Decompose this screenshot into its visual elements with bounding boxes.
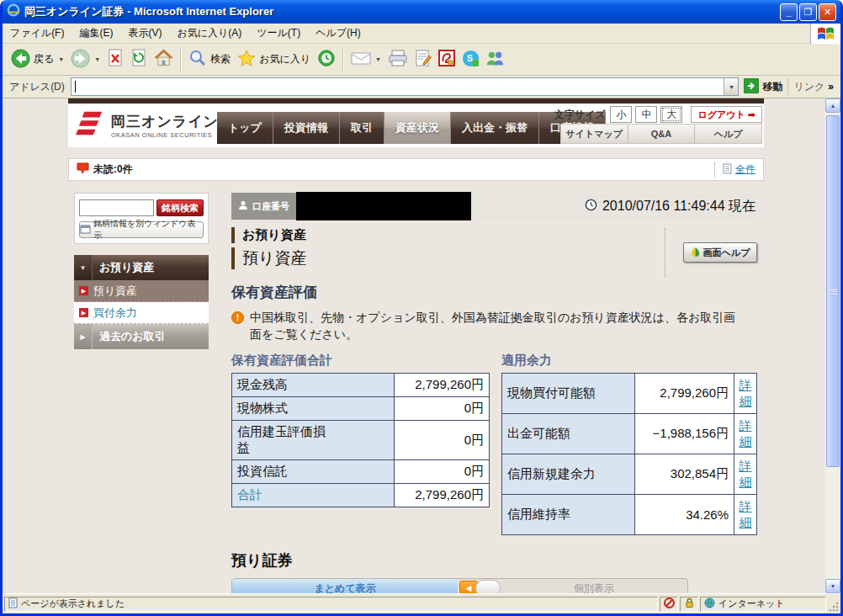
skype-button[interactable]: S [459, 48, 483, 72]
edit-icon [415, 49, 432, 70]
sidebar-item-label: 買付余力 [93, 305, 137, 321]
standard-toolbar: 戻る▼ ▼ 検索 お気に入り ▼ S [3, 44, 840, 76]
row-value: 0円 [395, 460, 490, 484]
detail-link[interactable]: 詳細 [740, 378, 752, 408]
sidebar: 銘柄検索 銘柄情報を別ウィンドウ表示 ▼ お預り資産 [74, 193, 209, 593]
tab-top[interactable]: トップ [217, 112, 273, 144]
logout-arrow-icon: ➡ [748, 109, 756, 120]
screen-help-button[interactable]: 画面ヘルプ [683, 242, 757, 263]
detail-link[interactable]: 詳細 [740, 418, 752, 449]
maximize-button[interactable]: ❐ [799, 3, 817, 21]
addon-app-button[interactable] [435, 48, 459, 71]
links-toolbar[interactable]: リンク » [787, 78, 840, 95]
menu-view[interactable]: 表示(V) [120, 24, 169, 43]
menu-favorites[interactable]: お気に入り(A) [169, 24, 249, 43]
go-icon [744, 78, 759, 96]
minimize-button[interactable]: _ [780, 3, 798, 21]
menu-edit[interactable]: 編集(E) [72, 24, 120, 43]
qa-link[interactable]: Q&A [628, 125, 695, 143]
scroll-down-button[interactable]: ▼ [825, 579, 840, 593]
help-button-label: 画面ヘルプ [703, 247, 750, 259]
addon-app-icon [438, 50, 455, 69]
search-button[interactable]: 検索 [185, 47, 234, 72]
tab-asset-status[interactable]: 資産状況 [384, 112, 451, 144]
vertical-scrollbar[interactable]: ▲ ▼ [825, 98, 840, 593]
font-size-medium-button[interactable]: 中 [635, 106, 657, 123]
sidebar-menu-header-assets[interactable]: ▼ お預り資産 [74, 255, 209, 280]
open-in-new-window-button[interactable]: 銘柄情報を別ウィンドウ表示 [79, 221, 204, 238]
scroll-up-button[interactable]: ▲ [825, 98, 840, 113]
resize-grip[interactable] [828, 597, 839, 612]
forward-icon [71, 49, 90, 71]
browser-window: 岡三オンライン証券 - Microsoft Internet Explorer … [0, 0, 843, 616]
menu-header-label: お預り資産 [99, 260, 155, 275]
stock-search-button[interactable]: 銘柄検索 [156, 199, 204, 216]
detail-link[interactable]: 詳細 [740, 459, 752, 489]
favorites-label: お気に入り [259, 52, 310, 66]
stock-search-input[interactable] [79, 199, 154, 216]
utility-nav: サイトマップ Q&A ヘルプ [560, 124, 762, 144]
sitemap-link[interactable]: サイトマップ [561, 125, 628, 143]
star-icon [237, 49, 256, 70]
tab-trade[interactable]: 取引 [340, 112, 384, 144]
print-button[interactable] [384, 48, 411, 71]
toggle-knob[interactable] [475, 580, 501, 593]
view-all-link[interactable]: 全件 [735, 162, 756, 177]
tab-deposit-transfer[interactable]: 入出金・振替 [451, 112, 539, 144]
row-value: −1,988,156円 [635, 414, 734, 454]
menu-file[interactable]: ファイル(F) [3, 24, 72, 43]
account-number-redacted [296, 192, 471, 220]
toggle-individual-option[interactable]: 個別表示 [501, 581, 687, 593]
text-caret [75, 81, 76, 93]
table-row: 信用建玉評価損益 0円 [232, 421, 490, 460]
detail-link[interactable]: 詳細 [740, 499, 752, 529]
row-label: 投資信託 [237, 464, 288, 480]
sidebar-item-label: 預り資産 [93, 284, 137, 299]
messenger-button[interactable] [483, 48, 508, 71]
address-input[interactable]: ▼ [71, 77, 740, 96]
sidebar-item-buying-power[interactable]: ▶ 買付余力 [74, 302, 209, 324]
account-row: 口座番号 2010/07/16 11:49:44 現在 [231, 193, 757, 220]
site-header: 岡三オンライン証券 OKASAN ONLINE SECURITIES トップ 投… [68, 104, 764, 147]
help-link[interactable]: ヘルプ [694, 125, 761, 143]
menu-help[interactable]: ヘルプ(H) [308, 24, 368, 43]
row-label: 現物買付可能額 [501, 374, 634, 414]
menu-tools[interactable]: ツール(T) [249, 24, 308, 43]
go-label: 移動 [762, 80, 782, 94]
sidebar-menu-header-past-trades[interactable]: ▶ 過去のお取引 [74, 324, 209, 349]
back-button[interactable]: 戻る▼ [8, 47, 67, 72]
menu-bar: ファイル(F) 編集(E) 表示(V) お気に入り(A) ツール(T) ヘルプ(… [3, 24, 840, 44]
close-button[interactable]: ✕ [819, 3, 836, 21]
mail-button[interactable]: ▼ [347, 48, 384, 71]
status-bar: ページが表示されました インターネット [3, 593, 840, 613]
address-dropdown-button[interactable]: ▼ [724, 78, 738, 95]
refresh-button[interactable] [127, 47, 151, 72]
chevron-down-icon: ▼ [74, 255, 93, 280]
home-button[interactable] [151, 47, 177, 72]
unread-mail-icon [77, 162, 89, 178]
tab-invest-info[interactable]: 投資情報 [273, 112, 340, 144]
go-button[interactable]: 移動 [744, 78, 782, 96]
font-size-controls: 文字サイズ 小 中 大 ログアウト ➡ [554, 106, 762, 123]
stop-button[interactable] [103, 47, 127, 72]
edit-button[interactable] [411, 47, 435, 72]
securities-section-title: 預り証券 [231, 550, 757, 571]
red-arrow-icon: ▶ [79, 308, 88, 317]
row-value: 34.26% [635, 495, 734, 535]
menu-footer-label: 過去のお取引 [99, 329, 166, 344]
open-window-label: 銘柄情報を別ウィンドウ表示 [93, 218, 203, 242]
notice-text: 中国株取引、先物・オプション取引、外国為替証拠金取引のお預り資産状況は、各お取引… [250, 310, 740, 343]
lock-icon [685, 597, 694, 610]
page-icon [723, 162, 732, 178]
scrollbar-thumb[interactable] [826, 115, 840, 467]
row-label: 信用維持率 [501, 495, 634, 535]
toggle-grouped-option[interactable]: まとめて表示 [232, 578, 458, 593]
summary-table-title: 保有資産評価合計 [231, 353, 490, 369]
sidebar-item-deposited-assets[interactable]: ▶ 預り資産 [74, 280, 209, 302]
font-size-large-button[interactable]: 大 [660, 106, 682, 123]
history-button[interactable] [314, 47, 339, 72]
favorites-button[interactable]: お気に入り [234, 47, 314, 72]
font-size-small-button[interactable]: 小 [610, 106, 632, 123]
forward-button[interactable]: ▼ [67, 47, 103, 72]
logout-button[interactable]: ログアウト ➡ [691, 106, 762, 123]
